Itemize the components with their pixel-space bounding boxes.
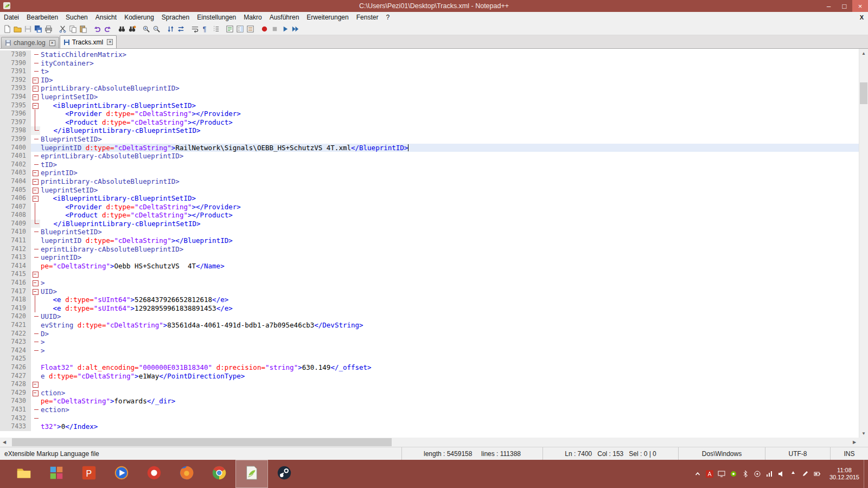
editor-line[interactable]: 7426Float32" d:alt_encoding="000000E031B… [0, 363, 859, 372]
taskbar-app-firefox[interactable] [170, 460, 203, 488]
editor-line[interactable]: 7399BlueprintSetID> [0, 135, 859, 144]
minimize-button[interactable]: – [821, 0, 837, 12]
editor-line[interactable]: 7428 [0, 380, 859, 389]
taskbar-app-powerpoint[interactable]: P [73, 460, 105, 488]
maximize-button[interactable]: □ [837, 0, 852, 12]
play-macro-button[interactable] [280, 24, 290, 34]
undo-button[interactable] [92, 24, 103, 34]
taskbar-app-red-circle-app[interactable] [138, 460, 170, 488]
title-bar[interactable]: C:\Users\Pezi01\Desktop\Tracks.xml - Not… [0, 0, 868, 12]
editor-line[interactable]: 7398 </iBlueprintLibrary-cBlueprintSetID… [0, 126, 859, 135]
fold-toggle-icon[interactable] [31, 177, 40, 186]
taskbar-clock[interactable]: 11:08 30.12.2015 [825, 467, 864, 481]
menu-item-ausf-hren[interactable]: Ausführen [266, 12, 303, 22]
bluetooth-icon[interactable] [741, 470, 750, 479]
editor-line[interactable]: 7408 <Product d:type="cDeltaString"></Pr… [0, 211, 859, 220]
fold-toggle-icon[interactable] [31, 84, 40, 93]
editor-line[interactable]: 7430pe="cDeltaString">forwards</_dir> [0, 397, 859, 406]
taskbar-app-file-explorer[interactable] [8, 460, 40, 488]
editor-line[interactable]: 7405lueprintSetID> [0, 186, 859, 195]
horizontal-scrollbar[interactable]: ◀ ▶ [0, 438, 859, 447]
zoom-out-button[interactable] [151, 24, 162, 34]
menu-item-datei[interactable]: Datei [0, 12, 23, 22]
editor-line[interactable]: 7416> [0, 279, 859, 287]
new-file-button[interactable] [2, 24, 12, 34]
fold-toggle-icon[interactable] [31, 380, 40, 389]
hidden-icons-chevron[interactable] [693, 470, 703, 479]
menu-item-sprachen[interactable]: Sprachen [158, 12, 193, 22]
editor-line[interactable]: 7424> [0, 346, 859, 355]
editor-line[interactable]: 7411lueprintID d:type="cDeltaString"></B… [0, 236, 859, 245]
taskbar-app-notepad-plus-plus[interactable] [235, 460, 268, 488]
editor-line[interactable]: 7392ID> [0, 76, 859, 85]
editor-line[interactable]: 7412eprintLibrary-cAbsoluteBlueprintID> [0, 245, 859, 254]
scroll-right-arrow-icon[interactable]: ▶ [850, 438, 859, 447]
editor-line[interactable]: 7423> [0, 338, 859, 346]
menu-item-makro[interactable]: Makro [240, 12, 265, 22]
menu-item-kodierung[interactable]: Kodierung [120, 12, 158, 22]
status-typing-mode[interactable]: INS [830, 447, 868, 460]
print-button[interactable] [43, 24, 54, 34]
replace-button[interactable] [127, 24, 137, 34]
fold-toggle-icon[interactable] [31, 76, 40, 85]
tab-tracks-xml[interactable]: Tracks.xml× [60, 35, 117, 48]
show-desktop-button[interactable] [864, 460, 868, 488]
fold-toggle-icon[interactable] [31, 169, 40, 177]
network-icon[interactable] [765, 470, 774, 479]
editor-line[interactable]: 7409 </iBlueprintLibrary-cBlueprintSetID… [0, 220, 859, 228]
fold-toggle-icon[interactable] [31, 93, 40, 101]
vertical-scrollbar-thumb[interactable] [860, 82, 867, 104]
scroll-left-arrow-icon[interactable]: ◀ [0, 438, 9, 447]
sync-vertical-button[interactable] [165, 24, 176, 34]
editor-line[interactable]: 7400lueprintID d:type="cDeltaString">Rai… [0, 144, 859, 152]
fold-toggle-icon[interactable] [31, 101, 40, 110]
taskbar-app-media-player[interactable] [105, 460, 138, 488]
tab-close-button[interactable]: × [49, 40, 55, 46]
editor-line[interactable]: 7389StaticChildrenMatrix> [0, 50, 859, 59]
horizontal-scrollbar-thumb[interactable] [12, 438, 392, 446]
editor-line[interactable]: 7395 <iBlueprintLibrary-cBlueprintSetID> [0, 101, 859, 110]
menu-item-suchen[interactable]: Suchen [62, 12, 92, 22]
menu-item-help[interactable]: ? [382, 12, 393, 22]
tab-change-log[interactable]: change.log× [1, 37, 59, 48]
zoom-in-button[interactable] [141, 24, 151, 34]
function-list-button[interactable] [225, 24, 235, 34]
tab-close-button[interactable]: × [107, 39, 113, 45]
fold-toggle-icon[interactable] [31, 186, 40, 195]
record-macro-button[interactable] [259, 24, 270, 34]
save-all-button[interactable] [33, 24, 43, 34]
indent-guide-button[interactable] [210, 24, 221, 34]
editor-line[interactable]: 7410BlueprintSetID> [0, 228, 859, 236]
editor[interactable]: 7389StaticChildrenMatrix>7390ityContaine… [0, 49, 859, 438]
taskbar-app-steam[interactable] [268, 460, 301, 488]
pen-icon[interactable] [801, 470, 810, 479]
fold-toggle-icon[interactable] [31, 270, 40, 279]
multi-run-macro-button[interactable] [290, 24, 301, 34]
editor-line[interactable]: 7415 [0, 270, 859, 279]
menu-item-erweiterungen[interactable]: Erweiterungen [303, 12, 352, 22]
status-encoding[interactable]: UTF-8 [765, 447, 830, 460]
editor-line[interactable]: 7419 <e d:type="sUInt64">129289599618388… [0, 304, 859, 313]
taskbar-app-chrome[interactable] [203, 460, 235, 488]
editor-line[interactable]: 7397 <Product d:type="cDeltaString"></Pr… [0, 118, 859, 127]
fold-toggle-icon[interactable] [31, 287, 40, 296]
editor-line[interactable]: 7421evString d:type="cDeltaString">83561… [0, 321, 859, 330]
editor-line[interactable]: 7391t> [0, 67, 859, 76]
editor-line[interactable]: 7396 <Provider d:type="cDeltaString"></P… [0, 110, 859, 118]
editor-line[interactable]: 7417UID> [0, 287, 859, 296]
fold-toggle-icon[interactable] [31, 194, 40, 203]
find-button[interactable] [117, 24, 127, 34]
paste-button[interactable] [78, 24, 88, 34]
editor-line[interactable]: 7404printLibrary-cAbsoluteBlueprintID> [0, 177, 859, 186]
editor-line[interactable]: 7422D> [0, 330, 859, 338]
menubar-close-button[interactable]: X [860, 14, 864, 21]
adobe-icon[interactable] [705, 470, 714, 479]
status-eol-format[interactable]: Dos\Windows [678, 447, 765, 460]
editor-line[interactable]: 7407 <Provider d:type="cDeltaString"></P… [0, 203, 859, 211]
fold-toggle-icon[interactable] [31, 279, 40, 287]
taskbar-app-tile-grid-app[interactable] [40, 460, 73, 488]
battery-icon[interactable] [813, 470, 822, 479]
editor-line[interactable]: 7429ction> [0, 389, 859, 397]
editor-line[interactable]: 7413ueprintID> [0, 253, 859, 262]
editor-line[interactable]: 7433t32">0</Index> [0, 422, 859, 431]
